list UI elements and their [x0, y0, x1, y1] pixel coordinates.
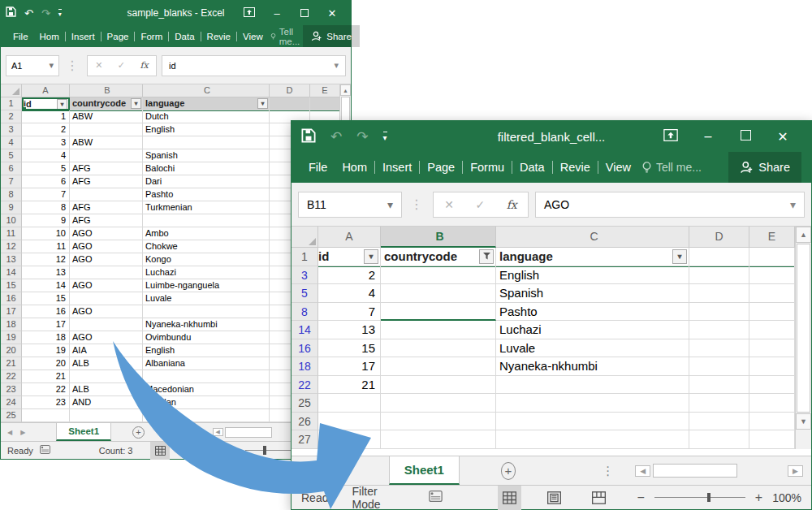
row-header[interactable]: 20: [1, 344, 22, 357]
cell[interactable]: AFG: [70, 162, 143, 175]
macro-record-icon[interactable]: [40, 445, 50, 456]
cell[interactable]: [70, 409, 143, 422]
column-header-c[interactable]: C: [496, 227, 689, 248]
cell[interactable]: 11: [22, 240, 70, 253]
save-icon[interactable]: [301, 128, 316, 145]
minimize-button[interactable]: –: [689, 129, 727, 144]
ribbon-tab-insert[interactable]: Insert: [66, 32, 102, 41]
horizontal-scrollbar[interactable]: ◀ ▶: [635, 464, 803, 478]
cell-a1-active[interactable]: id ▾: [22, 97, 70, 110]
cell[interactable]: 18: [22, 331, 70, 344]
zoom-slider[interactable]: [654, 497, 745, 498]
cell[interactable]: 4: [318, 284, 381, 303]
vertical-scrollbar[interactable]: ▲ ▼: [795, 227, 811, 449]
cell[interactable]: AGO: [70, 331, 143, 344]
sheet-tab-sheet1[interactable]: Sheet1: [56, 423, 111, 441]
sheet-nav-left-icon[interactable]: ◀: [7, 429, 12, 436]
sheet-nav-left-icon[interactable]: ◀: [300, 466, 306, 475]
cell[interactable]: 8: [22, 201, 70, 214]
cell[interactable]: Luvale: [496, 339, 689, 358]
row-header[interactable]: 13: [1, 253, 22, 266]
cancel-formula-icon[interactable]: ✕: [444, 198, 454, 211]
cell[interactable]: [749, 266, 795, 285]
column-header-a[interactable]: A: [22, 84, 70, 97]
cell[interactable]: 3: [22, 136, 70, 149]
cell[interactable]: 22: [22, 383, 70, 396]
cell[interactable]: [689, 430, 749, 449]
cell[interactable]: [689, 394, 749, 413]
row-header[interactable]: 26: [292, 413, 318, 431]
column-header-b[interactable]: B: [381, 227, 496, 248]
cell[interactable]: 17: [22, 318, 70, 331]
row-header[interactable]: 18: [1, 318, 22, 331]
row-header[interactable]: 18: [292, 357, 318, 376]
cell[interactable]: 15: [22, 292, 70, 305]
row-header[interactable]: 17: [1, 305, 22, 318]
cell[interactable]: Pashto: [496, 303, 689, 322]
sheet-nav-right-icon[interactable]: ▶: [317, 466, 324, 475]
cell[interactable]: [749, 413, 795, 431]
add-sheet-button[interactable]: +: [132, 426, 145, 439]
cell-a1[interactable]: id ▾: [318, 248, 381, 266]
hscroll-thumb[interactable]: [225, 427, 272, 438]
cell[interactable]: Luchazi: [143, 266, 270, 279]
cell[interactable]: AFG: [70, 201, 143, 214]
cell[interactable]: [496, 376, 689, 395]
ribbon-tab-insert[interactable]: Insert: [375, 161, 420, 174]
cell[interactable]: Nyaneka-nkhumbi: [143, 318, 270, 331]
cell[interactable]: Ovimbundu: [143, 331, 270, 344]
cell[interactable]: 7: [22, 188, 70, 201]
enter-formula-icon[interactable]: ✓: [475, 198, 485, 211]
cell[interactable]: Turkmenian: [143, 201, 270, 214]
scroll-down-icon[interactable]: ▼: [796, 413, 811, 430]
row-header[interactable]: 10: [1, 214, 22, 227]
row-header[interactable]: 23: [1, 383, 22, 396]
cell[interactable]: [749, 303, 795, 322]
qat-customize-icon[interactable]: ▾: [383, 132, 387, 142]
cell[interactable]: Pashto: [143, 188, 270, 201]
row-header[interactable]: 27: [292, 430, 318, 449]
row-header[interactable]: 21: [1, 357, 22, 370]
ribbon-tab-revie[interactable]: Revie: [201, 32, 237, 41]
cell[interactable]: [70, 370, 143, 383]
cell[interactable]: 12: [22, 253, 70, 266]
ribbon-tab-hom[interactable]: Hom: [34, 32, 66, 41]
cell[interactable]: [689, 357, 749, 376]
name-box-dropdown-icon[interactable]: ▾: [387, 198, 393, 211]
cell[interactable]: [70, 318, 143, 331]
row-header[interactable]: 3: [292, 266, 318, 285]
cell[interactable]: AGO: [70, 279, 143, 292]
ribbon-tab-file[interactable]: File: [7, 32, 34, 41]
cell[interactable]: 21: [22, 370, 70, 383]
undo-button[interactable]: ↶: [24, 7, 33, 19]
ribbon-tab-data[interactable]: Data: [169, 32, 201, 41]
ribbon-tab-view[interactable]: View: [237, 32, 269, 41]
formula-bar-expand-icon[interactable]: ▾: [790, 198, 796, 211]
cell[interactable]: 9: [22, 214, 70, 227]
cell[interactable]: [749, 394, 795, 413]
cell[interactable]: [689, 413, 749, 431]
cell[interactable]: AFG: [70, 214, 143, 227]
cell[interactable]: AGO: [70, 227, 143, 240]
cell[interactable]: Luvale: [143, 292, 270, 305]
row-header[interactable]: 8: [292, 303, 318, 322]
tell-me-box[interactable]: Tell me...: [641, 161, 702, 175]
cell[interactable]: 10: [22, 227, 70, 240]
row-header[interactable]: 6: [1, 162, 22, 175]
row-header[interactable]: 8: [1, 188, 22, 201]
row-header[interactable]: 1: [1, 97, 22, 110]
scrollbar-thumb[interactable]: [797, 244, 810, 413]
zoom-level[interactable]: 100%: [772, 491, 801, 504]
zoom-in-icon[interactable]: +: [755, 491, 762, 505]
row-header[interactable]: 7: [1, 175, 22, 188]
cell[interactable]: [749, 284, 795, 303]
column-header-e[interactable]: E: [310, 84, 340, 97]
cell[interactable]: [749, 430, 795, 449]
cell[interactable]: AIA: [70, 344, 143, 357]
cancel-formula-icon[interactable]: ✕: [95, 60, 102, 71]
cell[interactable]: [318, 394, 381, 413]
redo-button[interactable]: ↷: [356, 128, 368, 145]
horizontal-scrollbar[interactable]: ◀: [213, 427, 272, 438]
filter-dropdown-icon[interactable]: ▾: [257, 98, 268, 109]
sheet-tab-sheet1[interactable]: Sheet1: [389, 456, 460, 485]
